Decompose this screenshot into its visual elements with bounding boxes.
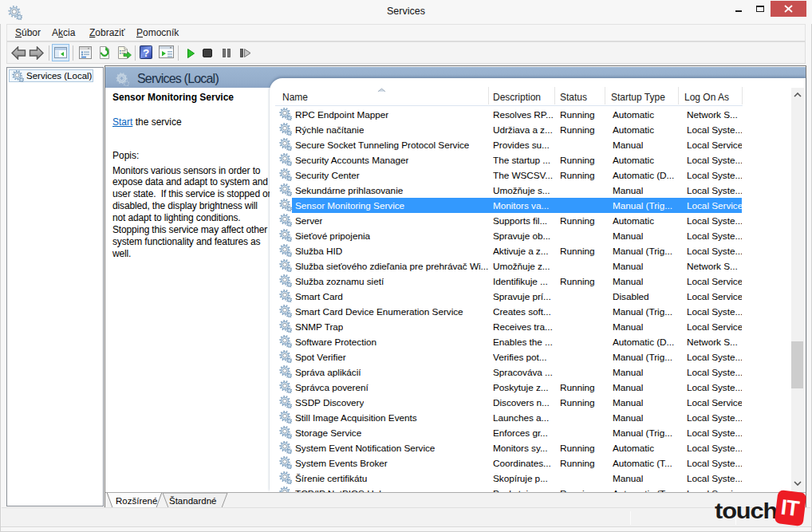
svg-text:?: ?	[143, 47, 149, 59]
svg-text:Rozšírené: Rozšírené	[116, 496, 157, 506]
svg-text:Štandardné: Štandardné	[169, 496, 216, 506]
